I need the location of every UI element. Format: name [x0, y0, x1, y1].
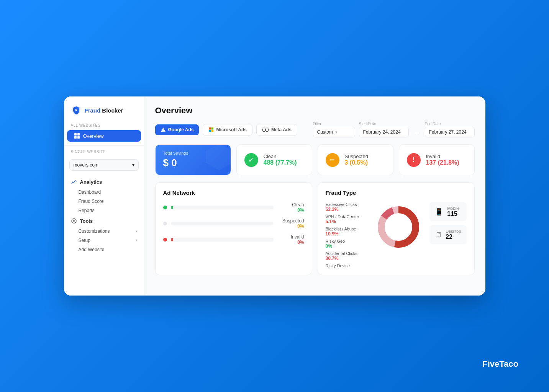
mobile-icon: 📱	[435, 207, 443, 216]
mobile-label: Mobile	[447, 206, 459, 211]
invalid-stat-card: ! Invalid 137 (21.8%)	[399, 144, 475, 175]
suspected-label: Suspected	[345, 154, 368, 159]
logo-shield-icon: F	[71, 105, 82, 116]
filter-group: Filter Custom ▾	[313, 122, 355, 137]
start-date-label: Start Date	[359, 122, 409, 126]
sidebar-divider	[64, 145, 144, 146]
device-column: 📱 Mobile 115 🖥 Desktop 22	[429, 202, 466, 244]
start-date-input[interactable]: February 24, 2024	[359, 127, 409, 137]
overview-label: Overview	[83, 133, 104, 139]
svg-text:F: F	[75, 108, 77, 112]
clean-network-name: Clean	[277, 202, 304, 207]
fraud-item-riskygeo: Risky Geo 0%	[326, 239, 368, 249]
clean-bar-bg	[171, 206, 274, 209]
sidebar-item-customizations[interactable]: Customizations ›	[64, 227, 144, 236]
start-date-group: Start Date February 24, 2024	[359, 122, 409, 137]
svg-rect-3	[74, 136, 77, 139]
svg-rect-1	[74, 133, 77, 136]
chevron-right-icon-2: ›	[136, 238, 137, 243]
fraud-item-riskydevice: Risky Device	[326, 263, 368, 268]
google-ads-button[interactable]: Google Ads	[155, 124, 199, 135]
all-websites-label: All Websites	[64, 123, 144, 130]
svg-marker-7	[161, 127, 166, 132]
fivetaco-name: FiveTaco	[482, 359, 518, 369]
fraud-item-vpn: VPN / DataCenter 5.1%	[326, 214, 368, 224]
sidebar-item-fraud-score[interactable]: Fraud Score	[64, 197, 144, 206]
tools-label: Tools	[80, 218, 93, 224]
logo-text: Fraud Blocker	[85, 107, 123, 114]
meta-ads-button[interactable]: Meta Ads	[256, 124, 297, 136]
fraud-item-accidental: Accidental Clicks 30.7%	[326, 251, 368, 261]
svg-rect-2	[77, 133, 80, 136]
fraud-item-blacklist: Blacklist / Abuse 10.9%	[326, 227, 368, 237]
svg-rect-11	[211, 130, 214, 132]
fivetaco-branding: FiveTaco	[482, 359, 518, 369]
invalid-bar-fill	[171, 238, 173, 242]
svg-rect-8	[209, 127, 211, 130]
suspected-dot	[163, 222, 167, 225]
svg-rect-10	[209, 130, 211, 132]
filter-value: Custom	[317, 129, 333, 135]
microsoft-ads-button[interactable]: Microsoft Ads	[203, 124, 252, 136]
sidebar-item-reports[interactable]: Reports	[64, 206, 144, 215]
logo: F Fraud Blocker	[64, 105, 144, 123]
ad-network-row-invalid: Invalid 0%	[163, 234, 304, 245]
analytics-label: Analytics	[80, 179, 102, 185]
fraud-donut-chart	[374, 202, 423, 252]
ad-network-title: Ad Network	[163, 189, 304, 196]
svg-rect-9	[211, 127, 214, 130]
chevron-right-icon: ›	[136, 229, 137, 234]
website-selector[interactable]: movers.com ▾	[69, 159, 139, 171]
end-date-group: End Date February 27, 2024	[425, 122, 475, 137]
page-title: Overview	[155, 106, 475, 116]
end-date-input[interactable]: February 27, 2024	[425, 127, 475, 137]
svg-point-12	[262, 128, 265, 132]
desktop-count: 22	[446, 234, 461, 240]
meta-ads-icon	[262, 127, 269, 132]
fraud-type-title: Fraud Type	[326, 189, 467, 196]
suspected-bar-bg	[171, 222, 274, 225]
sidebar-item-setup[interactable]: Setup ›	[64, 236, 144, 245]
date-range-dash: —	[413, 129, 421, 136]
analytics-group-header[interactable]: Analytics	[64, 176, 144, 188]
filter-chevron-icon: ▾	[335, 130, 338, 135]
main-content: Overview Google Ads Microsoft Ads	[144, 96, 485, 296]
clean-stat-card: ✓ Clean 488 (77.7%)	[236, 144, 312, 175]
mobile-count: 115	[447, 211, 459, 217]
suspected-icon: −	[326, 153, 339, 167]
clean-dot	[163, 206, 167, 209]
total-savings-label: Total Savings	[163, 151, 188, 155]
invalid-label: Invalid	[426, 154, 459, 159]
fraud-type-card: Fraud Type Excessive Clicks 53.3% VPN / …	[318, 182, 475, 275]
tools-group-header[interactable]: Tools	[64, 215, 144, 227]
ad-network-row-clean: Clean 0%	[163, 202, 304, 213]
stats-row: Total Savings $ 0 ✓ Clean 488 (77.7%) −	[155, 144, 475, 175]
invalid-network-name: Invalid	[277, 234, 304, 240]
total-savings-value: $ 0	[163, 157, 188, 169]
microsoft-ads-icon	[208, 127, 214, 132]
suspected-stat-card: − Suspected 3 (0.5%)	[318, 144, 393, 175]
filter-select[interactable]: Custom ▾	[313, 127, 355, 137]
ad-network-row-suspected: Suspected 0%	[163, 218, 304, 229]
main-card: F Fraud Blocker All Websites Overview Si…	[64, 96, 485, 296]
chevron-down-icon: ▾	[132, 162, 134, 168]
filters-row: Google Ads Microsoft Ads Meta Ads	[155, 122, 475, 137]
website-name: movers.com	[74, 162, 98, 168]
single-website-label: Single Website	[64, 150, 144, 156]
savings-bg-icon	[204, 144, 231, 175]
sidebar-item-overview[interactable]: Overview	[67, 130, 141, 142]
clean-value: 488 (77.7%)	[264, 159, 297, 166]
tools-icon	[71, 218, 77, 224]
bottom-row: Ad Network Clean 0%	[155, 182, 475, 275]
svg-rect-4	[77, 136, 80, 139]
fraud-item-excessive: Excessive Clicks 53.3%	[326, 202, 368, 212]
total-savings-card: Total Savings $ 0	[155, 144, 231, 175]
suspected-network-pct: 0%	[277, 224, 304, 229]
invalid-network-pct: 0%	[277, 240, 304, 245]
sidebar-item-add-website[interactable]: Add Website	[64, 245, 144, 254]
clean-label: Clean	[264, 154, 297, 159]
fraud-inner: Excessive Clicks 53.3% VPN / DataCenter …	[326, 202, 467, 268]
sidebar: F Fraud Blocker All Websites Overview Si…	[64, 96, 144, 296]
sidebar-item-dashboard[interactable]: Dashboard	[64, 188, 144, 197]
clean-bar-fill	[171, 206, 173, 209]
